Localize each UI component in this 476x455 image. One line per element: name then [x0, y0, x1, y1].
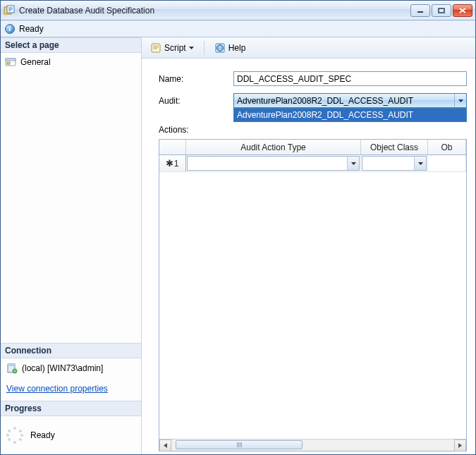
connection-header: Connection	[1, 343, 141, 358]
svg-text:?: ?	[219, 46, 221, 51]
info-icon: i	[5, 24, 15, 34]
audit-label: Audit:	[159, 96, 233, 106]
svg-rect-5	[6, 59, 16, 61]
script-label: Script	[164, 43, 186, 53]
grid-col-object[interactable]: Ob	[428, 140, 466, 154]
audit-dropdown-list: AdventurePlan2008R2_DDL_ACCESS_AUDIT	[233, 108, 467, 122]
select-page-header: Select a page	[1, 37, 141, 53]
scroll-thumb[interactable]	[176, 440, 303, 449]
horizontal-scrollbar[interactable]	[159, 439, 466, 451]
status-text: Ready	[19, 24, 44, 34]
close-button[interactable]	[453, 4, 472, 17]
scroll-track[interactable]	[171, 439, 454, 451]
window-title: Create Database Audit Specification	[19, 6, 410, 16]
progress-header: Progress	[1, 401, 141, 416]
row-marker: ✱1	[159, 155, 186, 171]
dialog-window: Create Database Audit Specification i Re…	[0, 0, 476, 455]
name-input[interactable]	[233, 71, 467, 86]
maximize-button[interactable]	[432, 4, 451, 17]
audit-combobox[interactable]: AdventurePlan2008R2_DDL_ACCESS_AUDIT	[233, 93, 467, 108]
grid-col-rowheader	[159, 140, 186, 154]
script-icon	[150, 42, 161, 54]
progress-text: Ready	[30, 430, 55, 440]
svg-rect-8	[8, 364, 15, 366]
audit-selected-value: AdventurePlan2008R2_DDL_ACCESS_AUDIT	[234, 96, 454, 106]
window-buttons	[410, 4, 472, 17]
grid-col-audit-action-type[interactable]: Audit Action Type	[186, 140, 361, 154]
svg-rect-3	[439, 8, 444, 13]
script-button[interactable]: Script	[146, 41, 198, 55]
cell-object-class-combo[interactable]	[362, 156, 427, 171]
actions-label: Actions:	[159, 125, 467, 135]
help-icon: ?	[214, 42, 226, 54]
audit-dropdown-item[interactable]: AdventurePlan2008R2_DDL_ACCESS_AUDIT	[234, 109, 466, 121]
toolbar-separator	[204, 41, 205, 55]
toolbar: Script ? Help	[142, 37, 475, 59]
page-item-general[interactable]: General	[5, 56, 137, 68]
actions-grid: Audit Action Type Object Class Ob ✱1	[159, 139, 467, 451]
chevron-down-icon	[347, 157, 359, 170]
table-row[interactable]: ✱1	[159, 155, 466, 172]
grid-col-object-class[interactable]: Object Class	[361, 140, 428, 154]
scroll-right-button[interactable]	[454, 439, 466, 451]
progress-spinner-icon	[6, 427, 23, 444]
help-button[interactable]: ? Help	[210, 41, 250, 55]
titlebar: Create Database Audit Specification	[1, 1, 475, 20]
page-icon	[5, 57, 16, 67]
scroll-left-button[interactable]	[159, 439, 171, 451]
app-icon	[4, 5, 15, 16]
help-label: Help	[228, 43, 246, 53]
connection-text: (local) [WIN73\admin]	[22, 363, 103, 373]
svg-rect-6	[7, 62, 10, 64]
name-label: Name:	[159, 74, 233, 84]
chevron-down-icon	[189, 47, 194, 49]
chevron-down-icon	[414, 157, 426, 170]
svg-point-9	[13, 369, 17, 373]
chevron-down-icon	[454, 94, 466, 107]
status-bar: i Ready	[1, 20, 475, 37]
right-pane: Script ? Help Name:	[142, 37, 475, 454]
server-icon	[6, 363, 18, 374]
page-item-label: General	[20, 57, 51, 67]
minimize-button[interactable]	[410, 4, 430, 17]
left-pane: Select a page General Connection	[1, 37, 142, 454]
cell-audit-action-type-combo[interactable]	[187, 156, 360, 171]
view-connection-properties-link[interactable]: View connection properties	[6, 384, 108, 394]
